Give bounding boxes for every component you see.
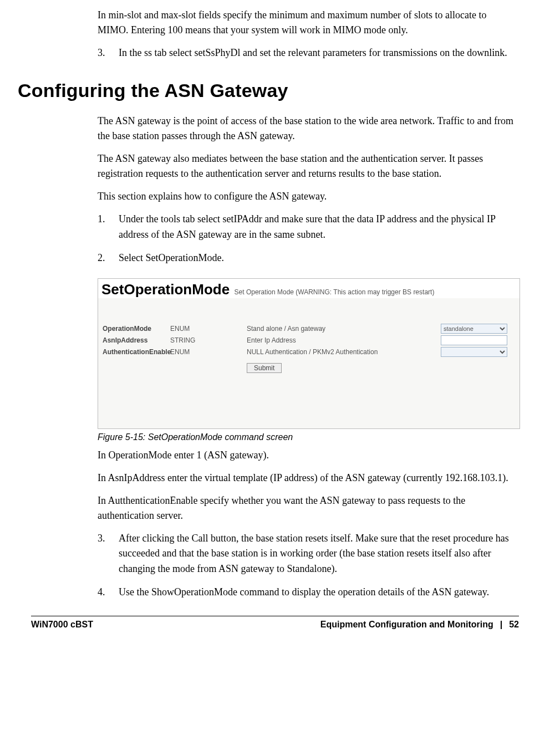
paragraph: In AsnIpAddress enter the virtual templa… [98,471,519,486]
submit-button[interactable]: Submit [247,363,282,373]
field-label: AuthenticationEnable [103,348,170,356]
list-item-text: Select SetOperationMode. [119,251,519,266]
steps-list-b: 3. After clicking the Call button, the b… [98,531,519,601]
footer-page-number: 52 [509,620,519,630]
figure: SetOperationMode Set Operation Mode (WAR… [98,278,519,442]
page-footer: WiN7000 cBST Equipment Configuration and… [31,620,519,643]
paragraph: This section explains how to configure t… [98,189,519,204]
list-item-text: Under the tools tab select setIPAddr and… [119,212,519,243]
footer-left: WiN7000 cBST [31,620,93,630]
paragraph: The ASN gateway also mediates between th… [98,151,519,181]
field-label: OperationMode [103,325,170,333]
paragraph: The ASN gateway is the point of access o… [98,114,519,144]
after-figure-text: In OperationMode enter 1 (ASN gateway). … [98,448,519,523]
list-number: 3. [98,45,119,61]
list-item-text: In the ss tab select setSsPhyDl and set … [119,45,519,61]
figure-subtitle: Set Operation Mode (WARNING: This action… [235,288,435,296]
list-item-text: After clicking the Call button, the base… [119,531,519,578]
intro-paragraph: In min-slot and max-slot fields specify … [98,8,519,38]
figure-screenshot: SetOperationMode Set Operation Mode (WAR… [98,278,520,429]
section-title: Configuring the ASN Gateway [18,80,288,101]
auth-enable-select[interactable] [441,347,507,357]
field-type: ENUM [170,325,247,333]
field-desc: Enter Ip Address [247,336,413,344]
field-type: ENUM [170,348,247,356]
field-type: STRING [170,336,247,344]
figure-caption: Figure 5-15: SetOperationMode command sc… [98,432,519,442]
footer-separator: | [500,620,502,630]
section-heading: 5.3Configuring the ASN Gateway [0,80,519,101]
steps-list-a: 1. Under the tools tab select setIPAddr … [98,212,519,266]
asn-ip-input[interactable] [441,335,507,345]
paragraph: In AutthenticationEnable specify whether… [98,493,519,523]
list-number: 1. [98,212,119,243]
field-desc: NULL Authentication / PKMv2 Authenticati… [247,348,413,356]
list-number: 3. [98,531,119,578]
list-number: 4. [98,585,119,600]
operation-mode-select[interactable]: standalone [441,324,507,334]
section-number: 5.3 [0,80,18,101]
top-list: 3. In the ss tab select setSsPhyDl and s… [98,45,519,61]
footer-rule [31,616,519,616]
figure-title: SetOperationMode [101,281,230,298]
list-item-text: Use the ShowOperationMode command to dis… [119,585,519,600]
paragraph: In OperationMode enter 1 (ASN gateway). [98,448,519,463]
list-number: 2. [98,251,119,266]
field-desc: Stand alone / Asn gateway [247,325,413,333]
footer-section-title: Equipment Configuration and Monitoring [320,620,493,630]
field-label: AsnIpAddress [103,336,170,344]
